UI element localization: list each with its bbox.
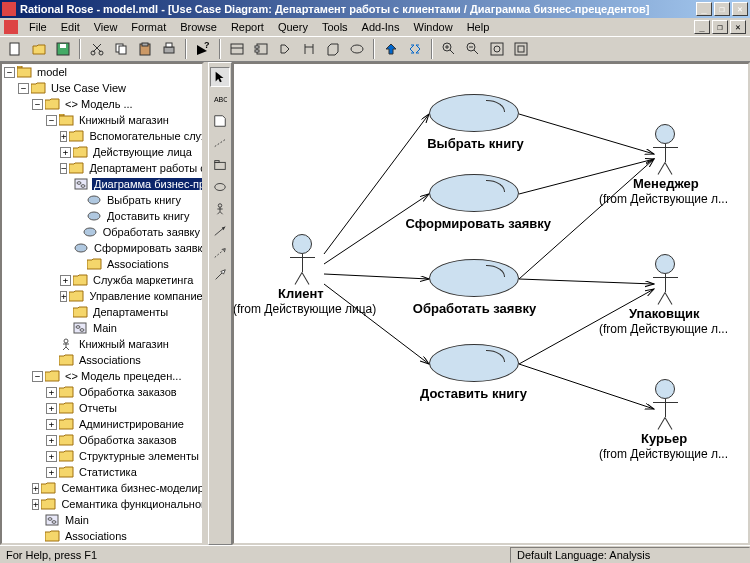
- open-button[interactable]: [28, 38, 50, 60]
- tree-item[interactable]: Доставить книгу: [2, 208, 202, 224]
- menu-file[interactable]: File: [22, 19, 54, 35]
- paste-button[interactable]: [134, 38, 156, 60]
- tree-item[interactable]: +Семантика бизнес-моделирования: [2, 480, 202, 496]
- dependency-tool[interactable]: [210, 243, 230, 263]
- tree-twisty[interactable]: +: [60, 147, 71, 158]
- actor-packer[interactable]: [652, 254, 678, 292]
- browser-tree[interactable]: −model−Use Case View−<> Модель ...−Книжн…: [0, 62, 204, 545]
- tree-twisty[interactable]: −: [32, 371, 43, 382]
- tree-twisty[interactable]: −: [60, 163, 67, 174]
- tree-item[interactable]: Обработать заявку: [2, 224, 202, 240]
- usecase-select-book[interactable]: [429, 94, 519, 132]
- tree-item[interactable]: +Структурные элементы: [2, 448, 202, 464]
- cut-button[interactable]: [86, 38, 108, 60]
- note-tool[interactable]: [210, 111, 230, 131]
- tree-item[interactable]: −<> Модель ...: [2, 96, 202, 112]
- browse-component-button[interactable]: [250, 38, 272, 60]
- refresh-button[interactable]: [404, 38, 426, 60]
- tree-twisty[interactable]: +: [46, 467, 57, 478]
- close-button[interactable]: ✕: [732, 2, 748, 16]
- tree-twisty[interactable]: +: [60, 291, 67, 302]
- tree-item[interactable]: +Обработка заказов: [2, 384, 202, 400]
- usecase-process-order[interactable]: [429, 259, 519, 297]
- tree-item[interactable]: Выбрать книгу: [2, 192, 202, 208]
- tree-item[interactable]: −model: [2, 64, 202, 80]
- tree-item[interactable]: +Администрирование: [2, 416, 202, 432]
- actor-client[interactable]: [289, 234, 315, 272]
- fit-button[interactable]: [486, 38, 508, 60]
- tree-twisty[interactable]: −: [32, 99, 43, 110]
- tree-twisty[interactable]: −: [4, 67, 15, 78]
- association-tool[interactable]: [210, 221, 230, 241]
- copy-button[interactable]: [110, 38, 132, 60]
- save-button[interactable]: [52, 38, 74, 60]
- maximize-button[interactable]: ❐: [714, 2, 730, 16]
- tree-item[interactable]: Associations: [2, 256, 202, 272]
- usecase-deliver-book[interactable]: [429, 344, 519, 382]
- parent-button[interactable]: [380, 38, 402, 60]
- menu-tools[interactable]: Tools: [315, 19, 355, 35]
- text-tool[interactable]: ABC: [210, 89, 230, 109]
- package-tool[interactable]: [210, 155, 230, 175]
- tree-item[interactable]: Associations: [2, 352, 202, 368]
- print-button[interactable]: [158, 38, 180, 60]
- tree-item[interactable]: +Обработка заказов: [2, 432, 202, 448]
- usecase-form-order[interactable]: [429, 174, 519, 212]
- zoom-in-button[interactable]: [438, 38, 460, 60]
- anchor-tool[interactable]: [210, 133, 230, 153]
- menu-window[interactable]: Window: [407, 19, 460, 35]
- browse-state-button[interactable]: [274, 38, 296, 60]
- undo-fit-button[interactable]: [510, 38, 532, 60]
- tree-twisty[interactable]: +: [60, 131, 67, 142]
- tree-item[interactable]: −Департамент работы с клиен...: [2, 160, 202, 176]
- mdi-minimize-button[interactable]: _: [694, 20, 710, 34]
- tree-twisty[interactable]: +: [46, 419, 57, 430]
- tree-twisty[interactable]: −: [18, 83, 29, 94]
- tree-item[interactable]: −Книжный магазин: [2, 112, 202, 128]
- tree-item[interactable]: −Use Case View: [2, 80, 202, 96]
- generalization-tool[interactable]: [210, 265, 230, 285]
- minimize-button[interactable]: _: [696, 2, 712, 16]
- actor-courier[interactable]: [652, 379, 678, 417]
- tree-item[interactable]: +Служба маркетинга: [2, 272, 202, 288]
- pointer-tool[interactable]: [210, 67, 230, 87]
- browse-usecase-button[interactable]: [346, 38, 368, 60]
- menu-query[interactable]: Query: [271, 19, 315, 35]
- tree-item[interactable]: −Logical View: [2, 544, 202, 545]
- tree-item[interactable]: Сформировать заявку: [2, 240, 202, 256]
- tree-item[interactable]: Main: [2, 512, 202, 528]
- help-button[interactable]: ?: [192, 38, 214, 60]
- tree-twisty[interactable]: +: [46, 403, 57, 414]
- tree-item[interactable]: +Управление компанией: [2, 288, 202, 304]
- usecase-tool[interactable]: [210, 177, 230, 197]
- menu-view[interactable]: View: [87, 19, 125, 35]
- browse-interaction-button[interactable]: [298, 38, 320, 60]
- menu-add-ins[interactable]: Add-Ins: [355, 19, 407, 35]
- tree-item[interactable]: +Отчеты: [2, 400, 202, 416]
- tree-twisty[interactable]: +: [46, 387, 57, 398]
- tree-twisty[interactable]: −: [46, 115, 57, 126]
- browse-deployment-button[interactable]: [322, 38, 344, 60]
- menu-help[interactable]: Help: [460, 19, 497, 35]
- mdi-maximize-button[interactable]: ❐: [712, 20, 728, 34]
- menu-edit[interactable]: Edit: [54, 19, 87, 35]
- menu-report[interactable]: Report: [224, 19, 271, 35]
- actor-tool[interactable]: [210, 199, 230, 219]
- mdi-close-button[interactable]: ✕: [730, 20, 746, 34]
- tree-twisty[interactable]: +: [32, 483, 39, 494]
- zoom-out-button[interactable]: [462, 38, 484, 60]
- tree-item[interactable]: Associations: [2, 528, 202, 544]
- tree-twisty[interactable]: +: [60, 275, 71, 286]
- tree-twisty[interactable]: +: [32, 499, 39, 510]
- diagram-canvas[interactable]: Выбрать книгуСформировать заявкуОбработа…: [232, 62, 750, 545]
- actor-manager[interactable]: [652, 124, 678, 162]
- tree-item[interactable]: +Вспомогательные службы: [2, 128, 202, 144]
- menu-format[interactable]: Format: [124, 19, 173, 35]
- tree-item[interactable]: Книжный магазин: [2, 336, 202, 352]
- tree-item[interactable]: +Статистика: [2, 464, 202, 480]
- menu-browse[interactable]: Browse: [173, 19, 224, 35]
- new-button[interactable]: [4, 38, 26, 60]
- tree-item[interactable]: Диаграмма бизнес-преце...: [2, 176, 202, 192]
- tree-twisty[interactable]: +: [46, 451, 57, 462]
- tree-item[interactable]: +Семантика функционального модели...: [2, 496, 202, 512]
